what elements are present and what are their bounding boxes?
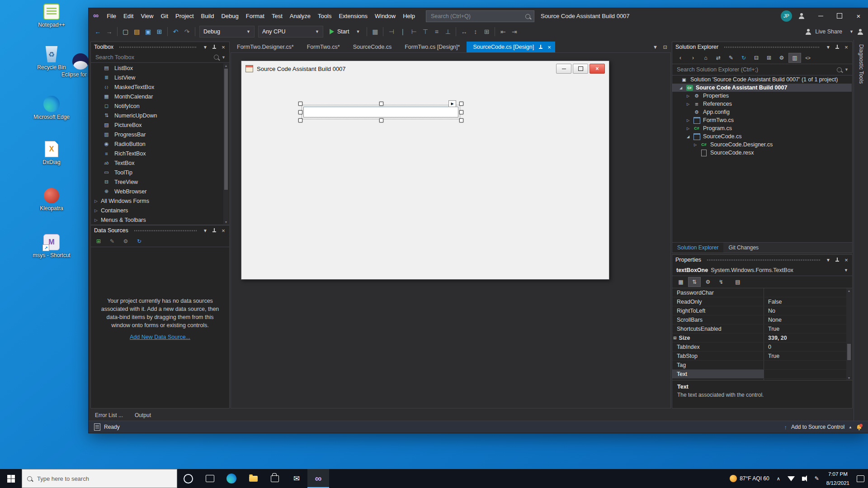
tree-item-references[interactable]: ▷ ≣ References [672,100,852,108]
toolbox-search-input[interactable] [94,54,211,61]
same-height-icon[interactable]: ↕ [470,26,481,37]
action-center-button[interactable] [853,469,868,488]
toolbox-item-webbrowser[interactable]: ⊕WebBrowser [91,187,223,196]
menu-project[interactable]: Project [172,8,197,23]
show-all-files-icon[interactable]: ⊞ [763,53,775,62]
pin-icon[interactable] [212,228,217,233]
resize-handle-se[interactable] [459,118,463,122]
desktop-icon-msys[interactable]: M↗ msys - Shortcut [32,234,71,259]
menu-debug[interactable]: Debug [217,8,242,23]
scrollbar-thumb[interactable] [847,344,851,360]
tree-item-solution[interactable]: ▣ Solution 'Source Code Assistant Build … [672,75,852,84]
tab-output[interactable]: Output [130,410,156,420]
toolbox-item-maskedtextbox[interactable]: (.)MaskedTextBox [91,82,223,92]
refresh-icon[interactable]: ↻ [738,53,750,62]
pin-icon[interactable] [212,45,217,50]
menu-tools[interactable]: Tools [314,8,335,23]
resize-handle-nw[interactable] [298,102,302,106]
tab-formtwo-cs-design[interactable]: FormTwo.cs [Design]* [398,42,466,52]
chevron-expanded-icon[interactable]: ◢ [686,135,690,139]
title-bar[interactable]: ∞ File Edit View Git Project Build Debug… [89,8,868,23]
redo-icon[interactable]: ↷ [181,26,193,37]
maximize-button[interactable] [830,8,849,23]
scroll-up-icon[interactable]: ▲ [225,63,228,68]
chevron-collapsed-icon[interactable]: ▷ [686,127,690,131]
same-size-icon[interactable]: ⊞ [481,26,492,37]
chevron-down-icon[interactable]: ▼ [203,228,208,233]
selected-textbox-control[interactable]: ▶ [303,107,458,117]
properties-view-icon[interactable]: ⚙ [702,277,714,286]
solution-configuration-dropdown[interactable]: Debug ▼ [199,26,255,38]
toolbox-item-monthcalendar[interactable]: ▦MonthCalendar [91,92,223,101]
events-icon[interactable]: ↯ [715,277,727,286]
object-selector-dropdown[interactable]: textBoxOne System.Windows.Forms.TextBox … [672,265,852,276]
pin-icon[interactable] [835,258,840,263]
toolbox-search[interactable]: ▼ [91,52,229,63]
pin-icon[interactable] [538,45,543,50]
network-button[interactable] [784,469,798,488]
chevron-collapsed-icon[interactable]: ▷ [693,143,698,147]
desktop-icon-edge[interactable]: Microsoft Edge [32,96,71,121]
resize-handle-sw[interactable] [298,118,302,122]
solution-explorer-search-input[interactable] [676,66,834,73]
chevron-collapsed-icon[interactable]: ▷ [686,94,690,98]
toolbox-group-containers[interactable]: ▷Containers [91,206,223,215]
tree-item-project[interactable]: ◢ C# Source Code Assistant Build 0007 [672,84,852,92]
clock[interactable]: 7:07 PM 8/12/2021 [823,469,853,488]
user-avatar[interactable]: JP [781,10,792,22]
diagnostic-tools-tab[interactable]: Diagnostic Tools [858,44,864,84]
chevron-down-icon[interactable]: ▼ [653,44,658,50]
preview-icon[interactable]: ▦ [369,26,381,37]
solution-platform-dropdown[interactable]: Any CPU ▼ [258,26,323,38]
form-maximize-button[interactable] [573,64,588,74]
desktop-icon-dxdiag[interactable]: X DxDiag [32,141,71,166]
sign-in-icon[interactable] [857,29,863,35]
show-hidden-icons-button[interactable]: ∧ [773,469,784,488]
tree-item-formtwo-cs[interactable]: ▷ FormTwo.cs [672,116,852,124]
menu-git[interactable]: Git [157,8,172,23]
tree-item-sourcecode-cs[interactable]: ◢ SourceCode.cs [672,132,852,141]
desktop-icon-kleopatra[interactable]: Kleopatra [32,188,71,212]
alphabetical-icon[interactable]: ⇅ [688,277,701,287]
property-pages-icon[interactable]: ▤ [732,277,744,286]
taskbar-mail[interactable]: ✉ [286,469,307,488]
chevron-collapsed-icon[interactable]: ▷ [686,118,690,122]
property-row-passwordchar[interactable]: PasswordChar [672,288,846,297]
chevron-up-icon[interactable]: ▲ [849,425,852,429]
sync-selection-icon[interactable]: ▥ [788,53,801,63]
taskbar-store[interactable] [264,469,286,488]
toolbox-group-menus-toolbars[interactable]: ▷Menus & Toolbars [91,215,223,225]
property-row-scrollbars[interactable]: ScrollBarsNone [672,315,846,324]
align-lefts-icon[interactable]: ⊣ [386,26,397,37]
tree-item-program-cs[interactable]: ▷ C# Program.cs [672,124,852,132]
add-to-source-control-button[interactable]: Add to Source Control [791,424,844,430]
scrollbar-thumb[interactable] [224,69,228,190]
designed-form[interactable]: Source Code Assistant Build 0007 × [241,61,609,280]
toolbox-item-tooltip[interactable]: ▭ToolTip [91,168,223,177]
horizontal-spacing-icon[interactable]: ⇤ [497,26,509,37]
tab-sourcecode-cs[interactable]: SourceCode.cs [347,42,398,52]
menu-analyze[interactable]: Analyze [286,8,314,23]
start-debugging-button[interactable]: Start ▼ [325,28,364,35]
categorized-icon[interactable]: ▦ [675,277,687,286]
tab-formtwo-cs[interactable]: FormTwo.cs* [301,42,346,52]
tree-item-app-config[interactable]: ⚙ App.config [672,108,852,116]
resize-handle-s[interactable] [379,118,383,122]
pen-settings-button[interactable]: ✎ [811,469,823,488]
designer-surface[interactable]: Source Code Assistant Build 0007 × [231,52,671,408]
toolbox-group-all-windows-forms[interactable]: ▷All Windows Forms [91,196,223,206]
vertical-spacing-icon[interactable]: ⇥ [509,26,520,37]
toolbox-item-notifyicon[interactable]: ◻NotifyIcon [91,101,223,111]
close-icon[interactable]: × [547,44,551,50]
feedback-icon[interactable] [798,13,805,19]
scroll-down-icon[interactable]: ▼ [225,220,228,224]
taskbar-file-explorer[interactable] [242,469,264,488]
edit-data-source-icon[interactable]: ✎ [108,237,116,245]
start-button[interactable] [0,469,22,488]
tab-git-changes[interactable]: Git Changes [723,243,764,253]
same-width-icon[interactable]: ↔ [458,26,470,37]
scroll-down-icon[interactable]: ▼ [848,375,851,380]
menu-window[interactable]: Window [371,8,399,23]
close-icon[interactable]: × [221,228,226,234]
save-icon[interactable]: ▣ [142,26,154,37]
